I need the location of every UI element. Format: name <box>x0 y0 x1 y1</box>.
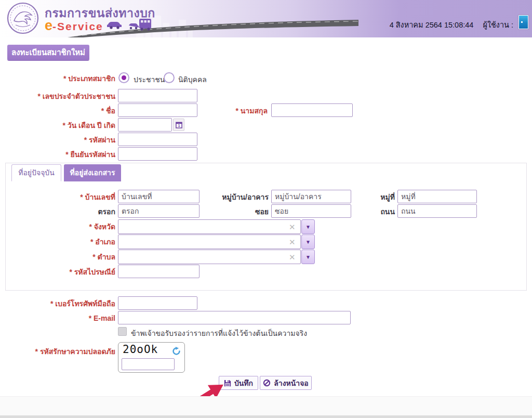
village-label: หมู่บ้าน/อาคาร <box>200 192 269 202</box>
soi-label: ซอย <box>200 207 269 216</box>
mobile-label: * เบอร์โทรศัพท์มือถือ <box>0 299 115 308</box>
subdistrict-label: * ตำบล <box>0 252 115 262</box>
district-input[interactable] <box>118 234 301 249</box>
district-dropdown-button[interactable]: ▼ <box>301 234 315 249</box>
password-label: * รหัสผ่าน <box>0 135 115 145</box>
captcha-box: 20oOk <box>118 342 185 373</box>
mobile-input[interactable] <box>118 296 197 310</box>
department-seal-logo <box>7 2 39 34</box>
member-type-label: * ประเภทสมาชิก <box>0 74 115 83</box>
user-label: ผู้ใช้งาน : <box>483 19 513 31</box>
radio-dot <box>122 75 126 80</box>
tab-current-address[interactable]: ที่อยู่ปัจจุบัน <box>11 164 61 181</box>
chevron-down-icon: ▼ <box>305 224 311 230</box>
subdistrict-clear-icon[interactable]: ✕ <box>289 253 296 262</box>
district-label: * อำเภอ <box>0 237 115 246</box>
village-input[interactable] <box>271 190 351 203</box>
province-dropdown-button[interactable]: ▼ <box>301 219 315 234</box>
clear-button[interactable]: ล้างหน้าจอ <box>260 376 312 390</box>
registration-page: กรมการขนส่งทางบก e-Service 4 สิงหาคม 256… <box>0 0 532 418</box>
refresh-icon <box>172 347 181 356</box>
password-input[interactable] <box>118 133 197 146</box>
save-button-label: บันทึก <box>234 377 253 389</box>
last-name-input[interactable] <box>271 103 353 117</box>
header-user-button[interactable] <box>518 15 528 29</box>
house-no-input[interactable] <box>118 190 200 203</box>
header-info: 4 สิงหาคม 2564 15:08:44 ผู้ใช้งาน : <box>390 19 513 31</box>
alley-input[interactable] <box>118 204 200 218</box>
road-input[interactable] <box>397 204 477 218</box>
chevron-down-icon: ▼ <box>305 239 311 245</box>
tab-document-address[interactable]: ที่อยู่ส่งเอกสาร <box>64 164 121 181</box>
radio-juristic[interactable] <box>164 72 175 83</box>
citizen-id-input[interactable] <box>118 89 197 102</box>
current-datetime: 4 สิงหาคม 2564 15:08:44 <box>390 19 474 31</box>
email-label: * E-mail <box>0 314 115 323</box>
birth-date-input[interactable] <box>118 118 172 132</box>
svg-text:1: 1 <box>178 123 180 128</box>
car-icon <box>107 22 122 29</box>
province-input[interactable] <box>118 219 301 234</box>
email-input[interactable] <box>118 311 351 324</box>
last-name-label: * นามสกุล <box>200 106 268 115</box>
chevron-down-icon: ▼ <box>305 254 311 260</box>
postal-code-label: * รหัสไปรษณีย์ <box>0 267 115 277</box>
calendar-button[interactable]: 1 <box>173 119 184 131</box>
radio-citizen-label: ประชาชน <box>134 74 165 85</box>
first-name-input[interactable] <box>118 103 197 117</box>
header: กรมการขนส่งทางบก e-Service 4 สิงหาคม 256… <box>0 0 532 37</box>
certify-checkbox[interactable] <box>118 327 127 336</box>
province-clear-icon[interactable]: ✕ <box>289 223 296 232</box>
cancel-icon <box>263 379 271 387</box>
first-name-label: * ชื่อ <box>0 106 115 115</box>
confirm-password-input[interactable] <box>118 147 197 161</box>
captcha-code: 20oOk <box>123 343 158 356</box>
eservice-e: e <box>45 18 52 33</box>
captcha-input[interactable] <box>122 358 175 370</box>
moo-label: หมู่ที่ <box>343 192 395 202</box>
footer <box>0 396 532 416</box>
house-no-label: * บ้านเลขที่ <box>0 192 115 202</box>
captcha-refresh-button[interactable] <box>172 347 181 358</box>
citizen-id-label: * เลขประจำตัวประชาชน <box>0 92 115 101</box>
subdistrict-dropdown-button[interactable]: ▼ <box>301 250 315 264</box>
birth-date-label: * วัน เดือน ปี เกิด <box>0 121 115 130</box>
road-label: ถนน <box>343 207 395 216</box>
alley-label: ตรอก <box>0 207 115 216</box>
confirm-password-label: * ยืนยันรหัสผ่าน <box>0 150 115 159</box>
eservice-service: -Service <box>52 20 103 32</box>
eservice-title: e-Service <box>45 18 103 34</box>
footer-bottom-bar <box>0 415 532 418</box>
car-icon <box>129 23 139 29</box>
province-label: * จังหวัด <box>0 222 115 231</box>
soi-input[interactable] <box>271 204 351 218</box>
radio-citizen[interactable] <box>118 72 129 83</box>
postal-code-input[interactable] <box>118 265 200 278</box>
button-dot-icon <box>521 21 523 23</box>
calendar-icon: 1 <box>176 121 182 128</box>
clear-button-label: ล้างหน้าจอ <box>274 377 309 389</box>
district-clear-icon[interactable]: ✕ <box>289 238 296 247</box>
page-title: ลงทะเบียนสมาชิกใหม่ <box>7 45 89 60</box>
certify-label: ข้าพเจ้าขอรับรองว่ารายการที่แจ้งไว้ข้างต… <box>131 328 307 339</box>
subdistrict-input[interactable] <box>118 250 301 264</box>
captcha-label: * รหัสรักษาความปลอดภัย <box>0 347 115 356</box>
moo-input[interactable] <box>397 190 477 203</box>
radio-juristic-label: นิติบุคคล <box>178 74 207 85</box>
